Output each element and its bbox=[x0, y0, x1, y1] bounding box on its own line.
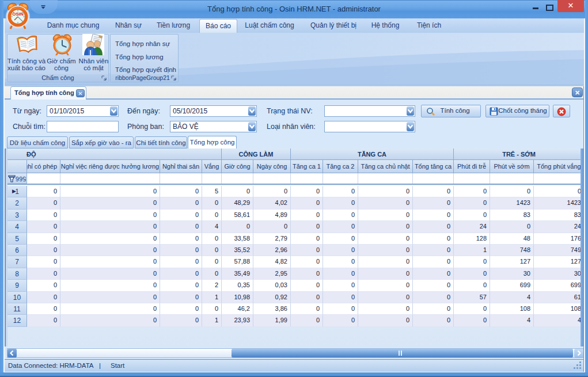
svg-text:OSIN: OSIN bbox=[12, 12, 24, 17]
